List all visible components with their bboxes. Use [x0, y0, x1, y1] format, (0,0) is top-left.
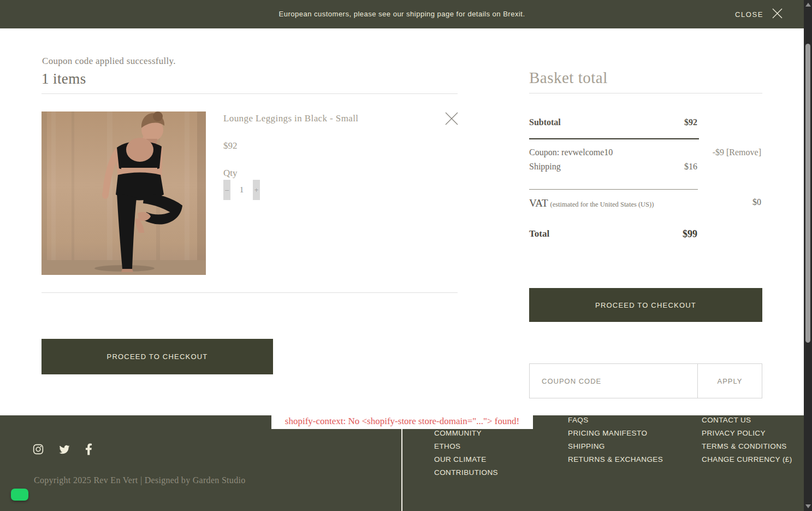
footer-link-terms-conditions[interactable]: TERMS & CONDITIONS [702, 440, 792, 453]
twitter-icon[interactable] [58, 444, 70, 455]
shipping-label: Shipping [529, 162, 561, 171]
shopify-error-text: shopify-context: No <shopify-store store… [285, 416, 519, 427]
footer-divider [401, 415, 402, 511]
divider [42, 93, 458, 94]
divider [42, 292, 458, 293]
proceed-to-checkout-button[interactable]: PROCEED TO CHECKOUT [529, 288, 762, 322]
scrollbar[interactable] [804, 0, 812, 511]
items-count-heading: 1 items [42, 71, 86, 87]
footer-link-shipping[interactable]: SHIPPING [568, 440, 663, 453]
footer-link-change-currency[interactable]: CHANGE CURRENCY (£) [702, 453, 792, 466]
banner-close-label: CLOSE [735, 10, 763, 19]
divider [529, 138, 699, 139]
footer-column-2: FAQS PRICING MANIFESTO SHIPPING RETURNS … [568, 414, 663, 466]
footer-link-ethos[interactable]: ETHOS [434, 440, 498, 453]
coupon-row: Coupon: revwelcome10 -$9 [Remove] [529, 148, 762, 157]
item-title[interactable]: Lounge Leggings in Black - Small [223, 113, 358, 124]
banner-close-button[interactable]: CLOSE [735, 0, 783, 28]
close-icon [444, 119, 459, 127]
vat-row: VAT (estimated for the United States (US… [529, 197, 762, 209]
banner-message: European customers, please see our shipp… [0, 0, 804, 28]
footer-column-3: CONTACT US PRIVACY POLICY TERMS & CONDIT… [702, 414, 792, 466]
subtotal-value: $92 [684, 118, 697, 127]
footer-link-contact-us[interactable]: CONTACT US [702, 414, 792, 427]
divider [529, 93, 762, 93]
basket-page: European customers, please see our shipp… [0, 0, 812, 511]
instagram-icon[interactable] [33, 444, 44, 455]
product-image[interactable] [42, 111, 206, 275]
total-value: $99 [683, 228, 697, 240]
scroll-up-arrow-icon[interactable] [805, 3, 811, 7]
shipping-value: $16 [684, 162, 697, 172]
social-links [33, 443, 92, 455]
announcement-banner: European customers, please see our shipp… [0, 0, 804, 28]
close-icon [772, 8, 783, 21]
facebook-icon[interactable] [85, 443, 92, 455]
scroll-down-arrow-icon[interactable] [805, 504, 811, 508]
vat-label: VAT [529, 197, 548, 209]
qty-label: Qty [223, 168, 238, 179]
shopify-error-overlay: shopify-context: No <shopify-store store… [271, 414, 533, 429]
footer-link-faqs[interactable]: FAQS [568, 414, 663, 427]
subtotal-label: Subtotal [529, 118, 561, 127]
footer-link-returns-exchanges[interactable]: RETURNS & EXCHANGES [568, 453, 663, 466]
footer-link-our-climate[interactable]: OUR CLIMATE [434, 453, 498, 466]
basket-total-heading: Basket total [529, 69, 608, 87]
widget-badge[interactable] [11, 489, 28, 501]
footer-link-contributions[interactable]: CONTRIBUTIONS [434, 466, 498, 479]
divider [529, 189, 698, 190]
footer-link-privacy-policy[interactable]: PRIVACY POLICY [702, 427, 792, 440]
qty-decrease-button[interactable]: – [223, 180, 230, 200]
vat-note: (estimated for the United States (US)) [550, 201, 654, 208]
coupon-status-message: Coupon code applied successfully. [42, 56, 176, 67]
qty-input[interactable] [231, 180, 252, 200]
remove-item-button[interactable] [444, 111, 459, 127]
copyright-text: Copyright 2025 Rev En Vert | Designed by… [34, 475, 246, 485]
footer: COMMUNITY ETHOS OUR CLIMATE CONTRIBUTION… [0, 415, 812, 511]
vat-value: $0 [752, 197, 761, 207]
shipping-row: Shipping $16 [529, 162, 762, 172]
footer-link-pricing-manifesto[interactable]: PRICING MANIFESTO [568, 427, 663, 440]
total-label: Total [529, 228, 549, 239]
scrollbar-thumb[interactable] [805, 44, 810, 343]
item-price: $92 [223, 140, 238, 151]
coupon-discount-remove-link[interactable]: -$9 [Remove] [713, 148, 761, 157]
apply-coupon-button[interactable]: APPLY [697, 363, 762, 398]
total-row: Total $99 [529, 228, 762, 239]
coupon-label: Coupon: revwelcome10 [529, 148, 613, 157]
footer-column-1: COMMUNITY ETHOS OUR CLIMATE CONTRIBUTION… [434, 427, 498, 479]
subtotal-row: Subtotal $92 [529, 118, 762, 127]
proceed-to-checkout-button[interactable]: PROCEED TO CHECKOUT [42, 339, 273, 374]
coupon-code-input[interactable] [529, 363, 698, 398]
qty-increase-button[interactable]: + [253, 180, 260, 200]
